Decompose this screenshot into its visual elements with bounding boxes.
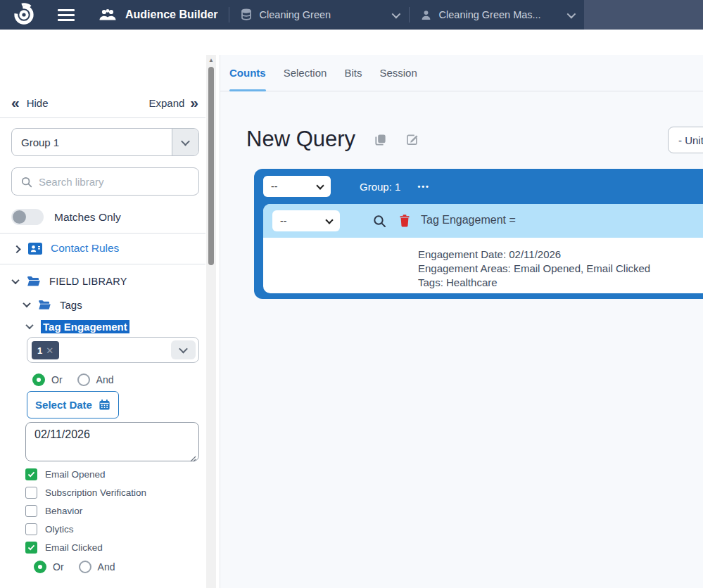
tag-multiselect[interactable]: 1 [27, 337, 199, 363]
or-radio[interactable] [32, 373, 45, 386]
user-icon [420, 9, 432, 21]
sidebar-item-tag-engagement[interactable]: Tag Engagement [27, 319, 129, 334]
field-library-label: FIELD LIBRARY [49, 276, 127, 287]
rule-operator-value: -- [280, 215, 286, 226]
and-radio[interactable] [77, 373, 90, 386]
chevron-down-icon [325, 216, 333, 224]
checkbox-label: Subscription Verification [45, 487, 146, 498]
query-rule-row: -- Tag Eng [263, 204, 703, 238]
divider [0, 233, 205, 234]
checkbox-checked-icon[interactable] [25, 542, 37, 554]
hide-button[interactable]: Hide [11, 96, 49, 110]
expand-button[interactable]: Expand [148, 96, 198, 110]
divider [0, 117, 205, 118]
and-radio[interactable] [79, 561, 91, 573]
tab-bits[interactable]: Bits [344, 55, 362, 91]
folder-icon [38, 300, 51, 310]
rule-title: Tag Engagement = [421, 214, 516, 226]
tab-selection[interactable]: Selection [284, 55, 327, 91]
search-icon [20, 176, 32, 188]
chevron-double-right-icon [190, 96, 198, 110]
menu-icon[interactable] [58, 9, 75, 21]
sidebar: Hide Expand Group 1 Matches Only [0, 30, 205, 588]
group-select-value: Group 1 [21, 136, 59, 148]
navbar-divider [229, 7, 229, 23]
sidebar-item-contact-rules[interactable]: Contact Rules [14, 238, 119, 258]
group-operator-value: -- [271, 181, 277, 192]
rule-operator-select[interactable]: -- [272, 210, 340, 231]
app-logo-icon[interactable] [12, 3, 36, 27]
scrollbar-thumb[interactable] [208, 67, 214, 265]
sidebar-item-tags[interactable]: Tags [24, 296, 82, 313]
units-selector-value: - Unit [678, 134, 703, 146]
sidebar-scrollbar[interactable]: ▲ [206, 55, 216, 588]
checkbox-subscription-verification[interactable]: Subscription Verification [25, 487, 146, 499]
rule-search-icon[interactable] [372, 214, 386, 231]
select-date-label: Select Date [35, 399, 92, 411]
matches-only-toggle[interactable] [11, 209, 44, 225]
checkbox-email-clicked[interactable]: Email Clicked [25, 542, 103, 554]
checkbox-olytics[interactable]: Olytics [25, 523, 74, 535]
delete-rule-icon[interactable] [398, 213, 411, 231]
checkbox-behavior[interactable]: Behavior [25, 505, 82, 517]
chevron-down-icon [25, 321, 33, 329]
database-selector[interactable]: Cleaning Green [240, 8, 398, 21]
checkbox-unchecked-icon[interactable] [25, 523, 37, 535]
chevron-down-icon [11, 276, 19, 284]
checkbox-label: Olytics [45, 524, 74, 535]
query-group-header: -- Group: 1 [263, 174, 703, 198]
sidebar-collapse-row: Hide Expand [11, 93, 198, 113]
database-selector-value: Cleaning Green [260, 9, 331, 20]
contact-card-icon [28, 243, 42, 255]
date-input[interactable] [25, 422, 199, 461]
chip-value: 1 [37, 345, 42, 356]
calendar-icon [99, 399, 110, 411]
select-date-button[interactable]: Select Date [27, 391, 119, 418]
tags-label: Tags [60, 299, 82, 311]
divider [0, 264, 205, 264]
profile-selector[interactable]: Cleaning Green Mas... [420, 9, 574, 21]
tab-counts[interactable]: Counts [229, 55, 266, 91]
remove-chip-icon[interactable] [46, 345, 53, 356]
checkbox-checked-icon[interactable] [25, 468, 37, 480]
group-select[interactable]: Group 1 [11, 128, 199, 156]
chevron-down-icon [391, 9, 400, 18]
checkbox-email-opened[interactable]: Email Opened [25, 468, 106, 480]
matches-only-row: Matches Only [11, 209, 121, 225]
rule-detail-line: Tags: Healthcare [418, 276, 650, 290]
checkbox-label: Email Opened [45, 469, 106, 480]
query-title-row: New Query [246, 127, 419, 152]
chevron-down-icon[interactable] [171, 340, 196, 359]
checkbox-unchecked-icon[interactable] [25, 505, 37, 517]
database-icon [240, 8, 253, 21]
units-selector[interactable]: - Unit [668, 127, 703, 153]
rule-detail-line: Engagement Areas: Email Opened, Email Cl… [418, 262, 650, 276]
app-title-wrap: Audience Builder [99, 8, 218, 22]
search-input[interactable] [39, 176, 190, 188]
checkbox-label: Behavior [45, 506, 82, 516]
sidebar-item-field-library[interactable]: FIELD LIBRARY [13, 273, 127, 290]
tab-session[interactable]: Session [379, 55, 417, 91]
chevron-down-icon [23, 300, 30, 307]
or-label: Or [53, 561, 64, 573]
copy-icon[interactable] [374, 133, 387, 146]
or-label: Or [51, 374, 63, 385]
and-label: And [96, 374, 114, 385]
expand-label: Expand [148, 97, 184, 109]
group-operator-select[interactable]: -- [263, 176, 331, 197]
app-title: Audience Builder [125, 8, 218, 21]
group-menu-icon[interactable] [417, 182, 430, 191]
or-radio[interactable] [34, 561, 46, 573]
navbar-dark-section: Audience Builder Cleaning Green [0, 0, 584, 30]
checkbox-unchecked-icon[interactable] [25, 487, 37, 499]
group-label: Group: 1 [360, 181, 400, 193]
chevron-down-icon [566, 9, 576, 18]
edit-icon[interactable] [405, 133, 419, 146]
contact-rules-label: Contact Rules [51, 242, 119, 255]
chevron-down-icon[interactable] [172, 129, 198, 155]
area-operator-radios: Or And [34, 561, 123, 573]
and-label: And [98, 561, 115, 573]
scroll-up-icon[interactable]: ▲ [206, 57, 216, 63]
rule-details: Engagement Date: 02/11/2026 Engagement A… [418, 248, 650, 290]
chevron-double-left-icon [11, 96, 20, 110]
